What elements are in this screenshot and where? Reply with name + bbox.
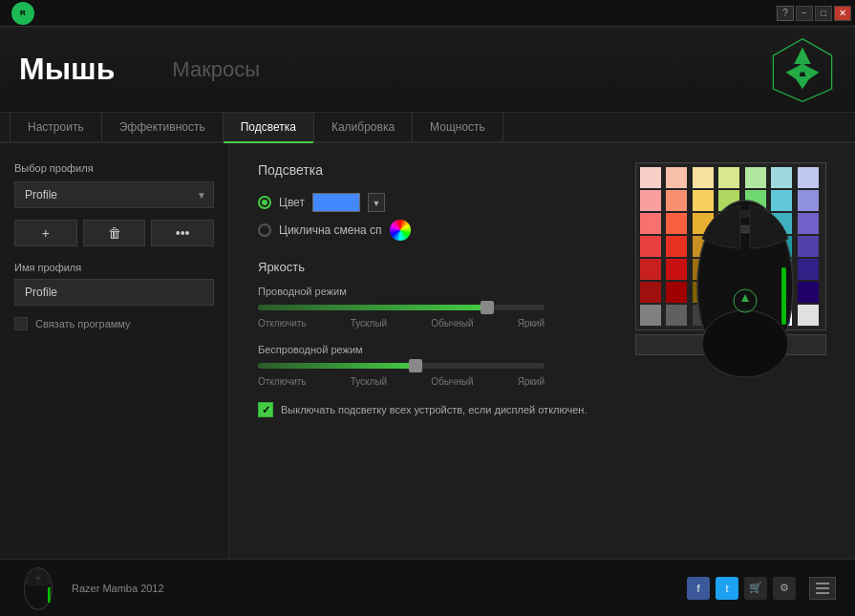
color-cell[interactable]: [640, 190, 661, 211]
color-swatch[interactable]: [312, 193, 360, 212]
display-off-label: Выключать подсветку всех устройств, если…: [281, 404, 587, 415]
shop-icon[interactable]: 🛒: [744, 577, 767, 600]
title-bar-left: R: [4, 2, 777, 25]
wireless-slider-thumb[interactable]: [409, 359, 422, 372]
mouse-display: [678, 153, 845, 449]
profile-select[interactable]: Profile: [14, 181, 214, 208]
wired-label-bright: Яркий: [518, 318, 545, 329]
brightness-title: Яркость: [258, 260, 587, 274]
add-profile-button[interactable]: +: [14, 220, 77, 246]
left-panel: Выбор профиля Profile ▼ + 🗑 ••• Имя проф…: [0, 143, 229, 559]
macros-title[interactable]: Макросы: [172, 57, 260, 82]
link-program-row: Связать программу: [14, 317, 214, 330]
color-radio[interactable]: [258, 196, 271, 209]
tab-calibration[interactable]: Калибровка: [314, 113, 413, 141]
facebook-icon[interactable]: f: [687, 577, 710, 600]
wired-slider-track: [258, 305, 545, 310]
wireless-label-bright: Яркий: [518, 376, 545, 387]
wired-slider-thumb[interactable]: [481, 301, 494, 314]
wireless-slider-wrap: [258, 363, 587, 369]
svg-point-0: [799, 64, 807, 73]
svg-point-10: [35, 576, 40, 580]
close-button[interactable]: ✕: [834, 6, 851, 21]
lighting-title: Подсветка: [258, 162, 587, 178]
device-name: Razer Mamba 2012: [72, 583, 164, 594]
profile-name-input[interactable]: [14, 279, 214, 306]
mouse-image: [678, 153, 812, 401]
wireless-slider-track: [258, 363, 545, 369]
wireless-mode-label: Беспроводной режим: [258, 344, 587, 355]
cycle-option-row: Циклична смена сп: [258, 220, 587, 241]
wireless-label-normal: Обычный: [431, 376, 473, 387]
link-program-label: Связать программу: [35, 318, 131, 329]
wired-label-dim: Тусклый: [351, 318, 388, 329]
settings-icon[interactable]: ⚙: [773, 577, 796, 600]
wired-slider-wrap: [258, 305, 587, 310]
wired-slider-labels: Отключить Тусклый Обычный Яркий: [258, 318, 545, 329]
color-cell[interactable]: [640, 213, 661, 234]
tab-configure[interactable]: Настроить: [10, 113, 102, 141]
more-options-button[interactable]: •••: [151, 220, 214, 246]
title-bar: R ? − □ ✕: [0, 0, 855, 27]
display-off-checkbox[interactable]: [258, 402, 273, 417]
menu-button[interactable]: [809, 577, 836, 600]
content-area: Выбор профиля Profile ▼ + 🗑 ••• Имя проф…: [0, 143, 855, 559]
footer-social: f t 🛒 ⚙: [687, 577, 836, 600]
color-option-row: Цвет ▼: [258, 193, 587, 212]
footer: Razer Mamba 2012 f t 🛒 ⚙: [0, 559, 855, 616]
color-cell[interactable]: [640, 305, 661, 326]
razer-logo-top-icon: R: [11, 2, 34, 25]
wired-label-normal: Обычный: [431, 318, 473, 329]
color-label: Цвет: [279, 196, 305, 209]
nav-tabs: Настроить Эффективность Подсветка Калибр…: [0, 113, 855, 143]
wired-slider-fill: [258, 305, 487, 310]
lighting-options: Цвет ▼ Циклична смена сп: [258, 193, 587, 241]
svg-rect-9: [48, 586, 51, 602]
wireless-label-dim: Тусклый: [351, 376, 388, 387]
profile-buttons: + 🗑 •••: [14, 220, 214, 246]
tab-power[interactable]: Мощность: [413, 113, 503, 141]
color-cell[interactable]: [640, 236, 661, 257]
app-title: Мышь: [19, 52, 115, 87]
razer-logo-icon: [769, 34, 836, 106]
wireless-slider-fill: [258, 363, 416, 369]
svg-rect-4: [781, 267, 786, 325]
wireless-slider-labels: Отключить Тусклый Обычный Яркий: [258, 376, 545, 387]
footer-mouse-icon: [19, 564, 57, 612]
wireless-label-off: Отключить: [258, 376, 307, 387]
display-off-row: Выключать подсветку всех устройств, если…: [258, 402, 587, 417]
main-panel: Подсветка Цвет ▼ Циклична смена сп: [229, 143, 855, 559]
help-button[interactable]: ?: [777, 6, 794, 21]
profile-select-label: Выбор профиля: [14, 162, 214, 174]
color-swatch-arrow[interactable]: ▼: [368, 193, 385, 212]
profile-select-wrap: Profile ▼: [14, 181, 214, 208]
link-program-checkbox[interactable]: [14, 317, 28, 330]
cycle-label: Циклична смена сп: [279, 223, 382, 237]
twitter-icon[interactable]: t: [716, 577, 738, 600]
brightness-section: Яркость Проводной режим Отключить Тусклы…: [258, 260, 587, 387]
profile-name-label: Имя профиля: [14, 262, 214, 273]
title-bar-controls: ? − □ ✕: [777, 6, 851, 21]
wired-label-off: Отключить: [258, 318, 307, 329]
menu-line: [816, 583, 829, 584]
cycle-radio[interactable]: [258, 223, 271, 237]
menu-line: [816, 592, 829, 594]
wired-mode-label: Проводной режим: [258, 286, 587, 297]
minimize-button[interactable]: −: [796, 6, 813, 21]
delete-profile-button[interactable]: 🗑: [83, 220, 146, 246]
main-header: Мышь Макросы: [0, 27, 855, 113]
maximize-button[interactable]: □: [815, 6, 832, 21]
tab-lighting[interactable]: Подсветка: [224, 113, 314, 141]
color-cell[interactable]: [640, 282, 661, 303]
menu-line: [816, 587, 829, 589]
tab-performance[interactable]: Эффективность: [102, 113, 224, 141]
color-cell[interactable]: [640, 167, 661, 188]
svg-point-5: [702, 310, 788, 377]
color-cell[interactable]: [640, 259, 661, 280]
color-wheel-icon: [390, 220, 411, 241]
